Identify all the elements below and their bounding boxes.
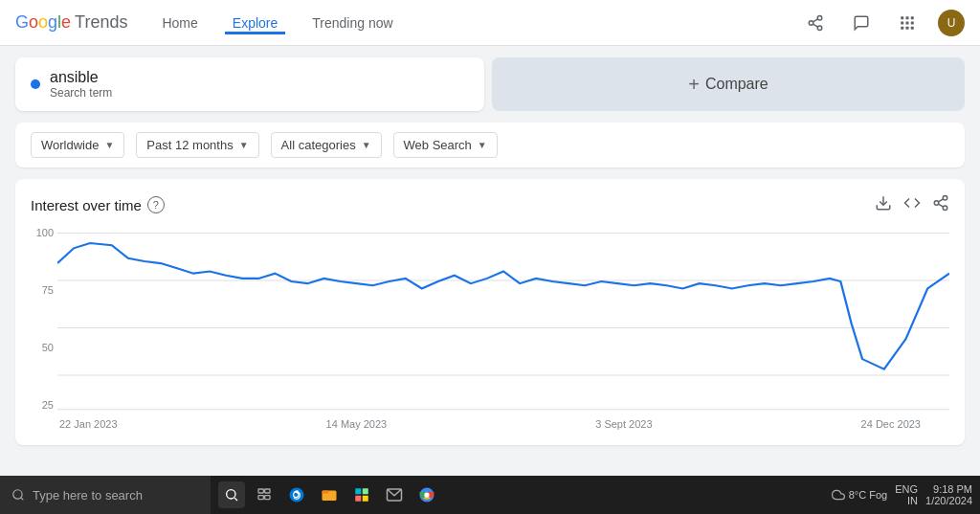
svg-rect-31 xyxy=(258,496,263,500)
taskbar-mail-icon[interactable] xyxy=(381,481,408,508)
taskbar-search-button[interactable] xyxy=(218,481,245,508)
xaxis-may: 14 May 2023 xyxy=(326,418,388,430)
top-navigation: Google Trends Home Explore Trending now … xyxy=(0,0,980,46)
chart-area: 100 75 50 25 xyxy=(31,223,949,414)
xaxis-dec: 24 Dec 2023 xyxy=(861,418,921,430)
svg-point-0 xyxy=(817,15,822,20)
taskbar-chrome-icon[interactable] xyxy=(413,481,440,508)
nav-trending[interactable]: Trending now xyxy=(304,11,400,34)
taskbar-taskview-icon[interactable] xyxy=(251,481,278,508)
weather-icon xyxy=(832,488,845,502)
svg-rect-39 xyxy=(363,496,368,502)
search-area: ansible Search term + Compare xyxy=(15,57,965,111)
term-type: Search term xyxy=(50,86,112,100)
chart-actions xyxy=(875,194,949,215)
svg-point-25 xyxy=(13,490,22,499)
svg-point-2 xyxy=(817,26,822,31)
time-filter[interactable]: Past 12 months ▼ xyxy=(136,132,258,158)
search-term-box[interactable]: ansible Search term xyxy=(15,57,484,111)
svg-point-33 xyxy=(290,488,304,503)
weather-display: 8°C Fog xyxy=(832,488,887,502)
time-label: Past 12 months xyxy=(146,138,233,152)
svg-line-28 xyxy=(234,498,237,501)
svg-rect-38 xyxy=(355,496,361,502)
svg-line-19 xyxy=(938,199,943,202)
trends-text: Trends xyxy=(75,12,127,33)
svg-rect-10 xyxy=(911,21,914,24)
feedback-icon[interactable] xyxy=(846,8,877,38)
chart-title-text: Interest over time xyxy=(31,197,142,213)
region-chevron-icon: ▼ xyxy=(104,140,114,150)
svg-rect-6 xyxy=(906,16,909,19)
chart-share-icon[interactable] xyxy=(932,194,949,215)
term-name: ansible xyxy=(50,69,112,86)
yaxis-75: 75 xyxy=(42,284,54,296)
svg-rect-8 xyxy=(901,21,903,24)
yaxis: 100 75 50 25 xyxy=(31,223,57,414)
nav-icon-group: U xyxy=(800,8,965,38)
svg-rect-13 xyxy=(911,26,914,29)
compare-label: Compare xyxy=(705,76,768,93)
svg-rect-32 xyxy=(265,496,270,500)
taskbar-explorer-icon[interactable] xyxy=(316,481,343,508)
download-icon[interactable] xyxy=(875,194,892,215)
svg-rect-36 xyxy=(355,488,361,494)
svg-rect-37 xyxy=(363,488,368,494)
search-type-chevron-icon: ▼ xyxy=(478,140,487,150)
svg-line-4 xyxy=(813,18,817,21)
help-icon[interactable]: ? xyxy=(147,196,165,213)
taskbar-icon-group xyxy=(211,481,448,508)
region-filter[interactable]: Worldwide ▼ xyxy=(31,132,124,158)
nav-explore[interactable]: Explore xyxy=(225,11,285,34)
search-type-label: Web Search xyxy=(404,138,472,152)
time-chevron-icon: ▼ xyxy=(239,140,249,150)
taskbar-search-icon xyxy=(11,488,25,502)
clock: 9:18 PM 1/20/2024 xyxy=(925,483,972,506)
svg-rect-30 xyxy=(265,489,270,493)
taskbar-store-icon[interactable] xyxy=(348,481,375,508)
yaxis-50: 50 xyxy=(42,342,54,353)
svg-point-15 xyxy=(943,196,947,201)
svg-point-17 xyxy=(943,206,947,211)
embed-icon[interactable] xyxy=(903,194,921,215)
country-display: IN xyxy=(907,495,918,506)
plus-icon: + xyxy=(688,74,700,96)
taskbar-search-text: Type here to search xyxy=(33,488,143,503)
term-color-dot xyxy=(31,79,40,89)
filters-bar: Worldwide ▼ Past 12 months ▼ All categor… xyxy=(15,123,965,168)
taskbar-edge-icon[interactable] xyxy=(283,481,310,508)
svg-point-43 xyxy=(424,492,429,497)
svg-point-16 xyxy=(934,201,939,206)
compare-button[interactable]: + Compare xyxy=(492,57,965,111)
xaxis-sep: 3 Sept 2023 xyxy=(595,418,652,430)
svg-rect-7 xyxy=(911,16,914,19)
xaxis-jan: 22 Jan 2023 xyxy=(59,418,118,430)
term-info: ansible Search term xyxy=(50,69,112,100)
chart-svg-container xyxy=(57,223,949,414)
taskbar-search[interactable]: Type here to search xyxy=(0,476,211,514)
interest-over-time-card: Interest over time ? 100 75 50 xyxy=(15,179,965,445)
category-label: All categories xyxy=(281,138,356,152)
taskbar-right: 8°C Fog ENG IN 9:18 PM 1/20/2024 xyxy=(832,483,980,506)
taskbar: Type here to search xyxy=(0,476,980,514)
search-type-filter[interactable]: Web Search ▼ xyxy=(393,132,498,158)
nav-home[interactable]: Home xyxy=(154,11,205,34)
chart-header: Interest over time ? xyxy=(31,194,949,215)
language-display: ENG xyxy=(895,483,918,495)
xaxis: 22 Jan 2023 14 May 2023 3 Sept 2023 24 D… xyxy=(31,414,949,430)
google-trends-logo: Google Trends xyxy=(15,12,127,33)
yaxis-100: 100 xyxy=(36,227,54,238)
date-display: 1/20/2024 xyxy=(925,495,972,506)
weather-text: 8°C Fog xyxy=(849,489,887,501)
svg-line-26 xyxy=(21,498,24,501)
svg-rect-12 xyxy=(906,26,909,29)
svg-rect-11 xyxy=(901,26,903,29)
apps-icon[interactable] xyxy=(892,8,923,38)
main-content: ansible Search term + Compare Worldwide … xyxy=(0,46,980,457)
category-filter[interactable]: All categories ▼ xyxy=(271,132,382,158)
region-label: Worldwide xyxy=(41,138,99,152)
svg-line-18 xyxy=(938,204,943,207)
svg-rect-35 xyxy=(323,491,329,494)
share-icon[interactable] xyxy=(800,8,831,38)
user-avatar[interactable]: U xyxy=(938,10,965,36)
